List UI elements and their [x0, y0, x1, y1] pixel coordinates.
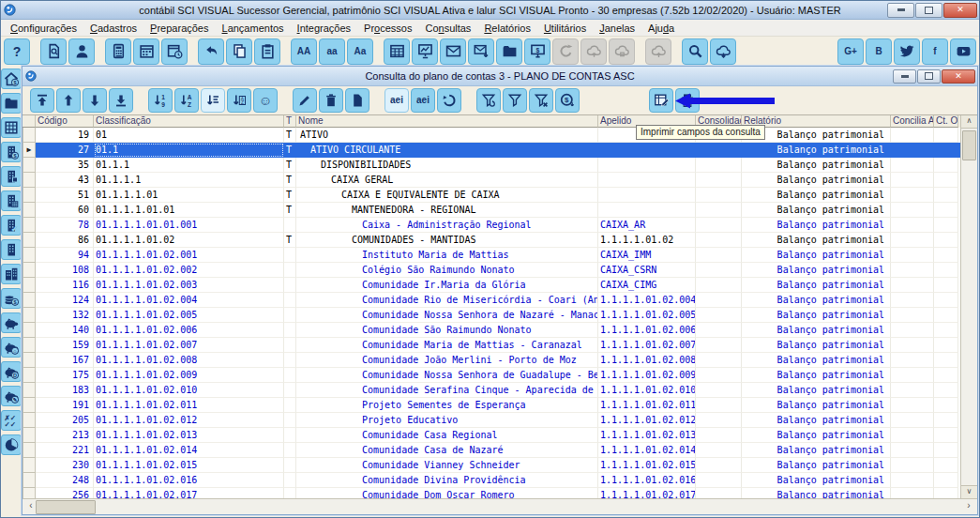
checklist-button[interactable]: ✗✓✓✓: [1, 410, 22, 431]
menu-processos[interactable]: Processos: [357, 22, 418, 35]
youtube-button[interactable]: [950, 38, 976, 65]
grid-row[interactable]: 14001.1.1.1.01.02.006Comunidade São Raim…: [23, 323, 977, 338]
calendar-clock-button[interactable]: [161, 38, 188, 65]
balance-button[interactable]: $: [555, 88, 580, 113]
facebook-button[interactable]: f: [922, 38, 948, 65]
grid-button[interactable]: [1, 117, 22, 138]
folder-button[interactable]: [1, 93, 22, 114]
filter-reapply-button[interactable]: [476, 88, 501, 113]
consulta-close-button[interactable]: ✕: [942, 69, 975, 84]
blogger-button[interactable]: B: [866, 38, 892, 65]
filter-clear-button[interactable]: [529, 88, 553, 113]
menu-preparacoes[interactable]: Preparações: [143, 22, 215, 35]
first-record-button[interactable]: [30, 88, 54, 113]
piggy-building-button[interactable]: ⌂: [1, 337, 22, 358]
prior-record-button[interactable]: [56, 88, 81, 113]
grid-row[interactable]: 24801.1.1.1.01.02.016Comunidade Divina P…: [23, 473, 977, 488]
menu-consultas[interactable]: Consultas: [418, 22, 477, 35]
calculator-button[interactable]: [105, 38, 131, 65]
grid-row[interactable]: 12401.1.1.1.01.02.004Comunidade Rio de M…: [23, 293, 977, 308]
building-table-button[interactable]: [1, 190, 22, 211]
close-button[interactable]: ✕: [943, 3, 977, 18]
grid-row[interactable]: 17501.1.1.1.01.02.009Comunidade Nossa Se…: [23, 368, 977, 383]
edit-record-button[interactable]: [293, 88, 317, 113]
document-search-button[interactable]: [40, 38, 67, 65]
grid-row[interactable]: 22101.1.1.1.01.02.014Comunidade Casa de …: [23, 443, 977, 458]
last-record-button[interactable]: [109, 88, 133, 113]
buildings-button[interactable]: [1, 264, 22, 284]
twitter-button[interactable]: [894, 38, 920, 65]
grid-row[interactable]: 3501.1.1TDISPONIBILIDADESBalanço patrimo…: [23, 158, 977, 173]
grid-header-concilia[interactable]: Concilia Aut.: [891, 115, 934, 128]
grid-row[interactable]: 16701.1.1.1.01.02.008Comunidade João Mer…: [23, 353, 977, 368]
coins-button[interactable]: $: [1, 288, 22, 309]
grid-row[interactable]: 7801.1.1.1.01.01.001Caixa - Administraçã…: [23, 218, 977, 233]
menu-integracoes[interactable]: Integrações: [291, 22, 358, 35]
sort-list-button[interactable]: [201, 88, 225, 113]
scroll-right-icon[interactable]: ›: [962, 499, 975, 512]
sort-numeric-button[interactable]: 19: [148, 88, 173, 113]
building-button[interactable]: [1, 239, 22, 260]
delete-record-button[interactable]: [319, 88, 343, 113]
grid-row[interactable]: 9401.1.1.1.01.02.001Instituto Maria de M…: [23, 248, 977, 263]
horizontal-scroll-thumb[interactable]: [36, 500, 96, 514]
piggy-currency-button[interactable]: D: [1, 361, 22, 382]
grid-row[interactable]: 13201.1.1.1.01.02.005Comunidade Nossa Se…: [23, 308, 977, 323]
spreadsheet-button[interactable]: [384, 38, 410, 65]
sort-alpha-button[interactable]: AZ: [174, 88, 199, 113]
scroll-up-icon[interactable]: ∧: [961, 115, 977, 129]
menu-relatorios[interactable]: Relatórios: [477, 22, 537, 35]
building-check-button[interactable]: ✓: [1, 215, 22, 236]
accents-alt-button[interactable]: aei: [411, 88, 435, 113]
folder-button[interactable]: [496, 38, 522, 65]
grid-row[interactable]: 18301.1.1.1.01.02.010Comunidade Serafina…: [23, 383, 977, 398]
grid-row[interactable]: 15901.1.1.1.01.02.007Comunidade Maria de…: [23, 338, 977, 353]
grid-row[interactable]: 11601.1.1.1.01.02.003Comunidade Ir.Maria…: [23, 278, 977, 293]
menu-utilitarios[interactable]: Utilitários: [537, 22, 593, 35]
menu-cadastros[interactable]: Cadastros: [83, 22, 143, 35]
home-money-button[interactable]: $: [1, 69, 22, 89]
piggy-bank-button[interactable]: [1, 312, 22, 333]
grid-row[interactable]: 23001.1.1.1.01.02.015Comunidade Vianney …: [23, 458, 977, 473]
consulta-minimize-button[interactable]: [893, 69, 916, 84]
search-button[interactable]: [682, 38, 708, 65]
grid-row[interactable]: 1901TATIVOBalanço patrimonial: [23, 128, 977, 143]
next-record-button[interactable]: [83, 88, 107, 113]
filter-button[interactable]: [503, 88, 527, 113]
scroll-down-icon[interactable]: ∨: [961, 485, 977, 498]
consulta-maximize-button[interactable]: [917, 69, 941, 84]
font-lowercase-button[interactable]: aa: [319, 38, 345, 65]
grid-row[interactable]: 20501.1.1.1.01.02.012Projeto Educativo1.…: [23, 413, 977, 428]
grid-row[interactable]: 8601.1.1.1.01.02TCOMUNIDADES - MANTIDAS1…: [23, 233, 977, 248]
minimize-button[interactable]: [887, 3, 914, 18]
piggy-edit-button[interactable]: ✎: [1, 386, 22, 406]
grid-header-code[interactable]: Código: [36, 115, 94, 128]
horizontal-scrollbar[interactable]: ‹ ›: [23, 498, 977, 514]
mail-export-button[interactable]: [468, 38, 494, 65]
grid-header-ctob[interactable]: Ct. Ob: [934, 115, 958, 128]
grid-row[interactable]: 19101.1.1.1.01.02.011Projeto Sementes de…: [23, 398, 977, 413]
grid-row[interactable]: ▶2701.1TATIVO CIRCULANTEBalanço patrimon…: [23, 143, 977, 158]
undo-button[interactable]: [198, 38, 224, 65]
grid-header-name[interactable]: Nome: [296, 115, 598, 128]
new-record-button[interactable]: [345, 88, 369, 113]
copy-button[interactable]: [226, 38, 252, 65]
monitor-money-button[interactable]: $: [524, 38, 550, 65]
menu-janelas[interactable]: Janelas: [593, 22, 641, 35]
accents-button[interactable]: aei: [384, 88, 409, 113]
cloud-download-button[interactable]: [710, 38, 736, 65]
font-mixed-button[interactable]: Aa: [347, 38, 373, 65]
calendar-button[interactable]: [133, 38, 159, 65]
font-uppercase-button[interactable]: AA: [291, 38, 317, 65]
edit-columns-button[interactable]: [649, 88, 673, 113]
grid-row[interactable]: 5101.1.1.1.01TCAIXA E EQUIVALENTE DE CAI…: [23, 188, 977, 203]
grid-row[interactable]: 4301.1.1.1TCAIXA GERALBalanço patrimonia…: [23, 173, 977, 188]
google-plus-button[interactable]: G+: [837, 38, 864, 65]
support-button[interactable]: [68, 38, 95, 65]
grid-row[interactable]: 10801.1.1.1.01.02.002Colégio São Raimund…: [23, 263, 977, 278]
menu-ajuda[interactable]: Ajuda: [641, 22, 681, 35]
grid-header-classification[interactable]: Classificação: [94, 115, 284, 128]
menu-lancamentos[interactable]: Lançamentos: [216, 22, 291, 35]
mail-button[interactable]: [440, 38, 466, 65]
menu-configuracoes[interactable]: Configurações: [4, 22, 83, 35]
